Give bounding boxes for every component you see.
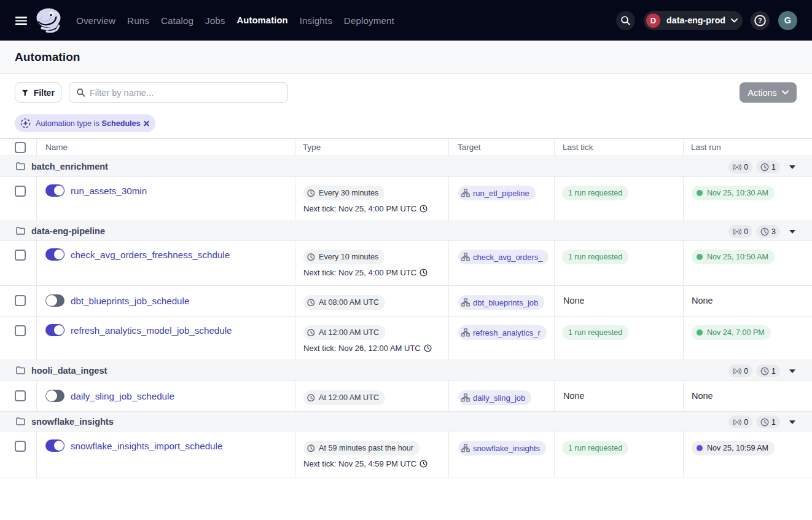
- svg-text:?: ?: [758, 17, 762, 24]
